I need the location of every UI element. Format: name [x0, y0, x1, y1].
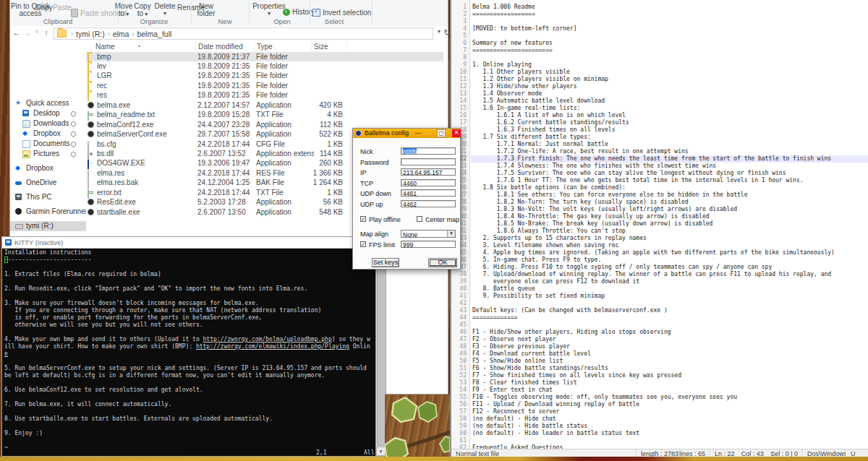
file-row[interactable]: belma_readme.txt19.8.2009 15:28TXT File4…: [86, 110, 443, 119]
editor-line[interactable]: 1.3 Hide/show other players: [472, 83, 868, 90]
editor-line[interactable]: 1.7.5 Survivor: The one who can stay ali…: [472, 170, 868, 177]
editor-line[interactable]: ==================: [472, 11, 868, 18]
editor-line[interactable]: 1.5 Automatic battle level download: [472, 98, 868, 105]
editor-line[interactable]: (no default) - Hide leader in battle sta…: [472, 430, 868, 437]
editor-line[interactable]: 3. Level filename shown when saving rec: [472, 242, 868, 249]
tcp-field[interactable]: 4460: [401, 179, 456, 186]
editor-line[interactable]: Default keys: (Can be changed with belma…: [472, 307, 868, 314]
column-header-date-modified[interactable]: Date modified: [196, 42, 255, 51]
editor-line[interactable]: [472, 18, 868, 25]
sidebar-item-dropbox[interactable]: ◆Dropbox: [10, 163, 86, 173]
up-icon[interactable]: ↑: [42, 28, 51, 37]
sidebar-item-this-pc[interactable]: This PC: [10, 192, 86, 202]
sidebar-item-documents[interactable]: Documents: [10, 139, 86, 149]
editor-line[interactable]: Summary of new features: [472, 40, 868, 47]
breadcrumb-belma-full[interactable]: belma_full: [137, 30, 171, 38]
sidebar-item-pictures[interactable]: Pictures: [10, 149, 86, 159]
file-row[interactable]: bmp19.8.2009 21:37File folder: [86, 52, 443, 61]
editor-line[interactable]: F1 - Hide/Show other players, Hiding als…: [472, 329, 868, 336]
set-keys-button[interactable]: Set keys: [372, 258, 399, 267]
sidebar-item-tymi-r[interactable]: tymi (R:): [10, 221, 86, 231]
editor-line[interactable]: 1.6.1 A list of who is on which level: [472, 112, 868, 119]
editor-line[interactable]: 6. Hiding. Press F10 to toggle syping of…: [472, 264, 868, 271]
editor-line[interactable]: F10 - Toggles observing mode: off, only …: [472, 394, 868, 401]
new-folder-button[interactable]: New folder: [192, 3, 220, 17]
editor-line[interactable]: [472, 322, 868, 329]
editor-line[interactable]: F11 - Upload / Download winning replay o…: [472, 401, 868, 408]
dialog-maximize-icon[interactable]: ▢: [437, 129, 446, 137]
udp-up-field[interactable]: 4462: [401, 200, 456, 207]
editor-line[interactable]: 1.6.3 Finished times on all levels: [472, 126, 868, 134]
editor-line[interactable]: 8. Battle queue: [472, 285, 868, 293]
editor-line[interactable]: F8 - Clear finished times list: [472, 379, 868, 387]
editor-line[interactable]: [472, 300, 868, 307]
back-icon[interactable]: ←: [12, 28, 21, 37]
editor-line[interactable]: 1. Online playing: [472, 61, 868, 69]
editor-line[interactable]: 5. In-game chat. Press F9 to type.: [472, 257, 868, 264]
editor-line[interactable]: 1.8 Six battle options (can be combined)…: [472, 184, 868, 191]
map-align-dropdown[interactable]: None ▼: [401, 230, 456, 238]
address-box[interactable]: › tymi (R:) › elma › belma_full: [54, 27, 433, 40]
editor-line[interactable]: F9 - Enter text in chat: [472, 387, 868, 394]
editor-line[interactable]: F2 - Observe next player: [472, 336, 868, 343]
file-row[interactable]: lev19.8.2009 21:35File folder: [86, 61, 443, 71]
ip-field[interactable]: 213.64.95.157: [401, 168, 456, 176]
forward-icon[interactable]: →: [23, 28, 32, 37]
dialog-title-bar[interactable]: Ballelma config — ▢ ✕: [353, 129, 460, 138]
editor-line[interactable]: 1.4 Observer mode: [472, 90, 868, 98]
editor-line[interactable]: F6 - Show/Hide battle standings/results: [472, 365, 868, 372]
editor-line[interactable]: 1.7.4 Slowness: The one who finishes wit…: [472, 163, 868, 170]
sidebar-item-dropbox[interactable]: ◆Dropbox: [10, 129, 86, 139]
editor-line[interactable]: 7. Upload/download of winning replay. Th…: [472, 271, 868, 278]
file-row[interactable]: LGR19.8.2009 21:35File folder: [86, 71, 443, 80]
editor-line[interactable]: 1.8.3 No-Volt: The volt keys (usually le…: [472, 206, 868, 213]
editor-line[interactable]: 1.8.1 See others: You can force everyone…: [472, 191, 868, 199]
editor-line[interactable]: 9. Possibility to set fixed minimap: [472, 293, 868, 300]
paste-button[interactable]: Paste: [51, 4, 73, 12]
editor-line[interactable]: 1.7.2 One-life: A race, best result in o…: [472, 148, 868, 155]
editor-line[interactable]: 1.7.3 First finish: The one who needs th…: [472, 155, 868, 163]
editor-line[interactable]: 2. Supports up to 15 characters in repla…: [472, 235, 868, 242]
paste-shortcut-button[interactable]: Paste shortcut: [71, 9, 117, 17]
sidebar-item-downloads[interactable]: Downloads: [10, 119, 86, 129]
file-row[interactable]: res19.8.2009 21:35File folder: [86, 90, 443, 100]
copy-to-button[interactable]: Copy to: [132, 3, 153, 18]
file-row[interactable]: belma.exe2.12.2007 14:57Application420 K…: [86, 100, 443, 110]
move-to-button[interactable]: Move to: [114, 3, 134, 18]
dialog-minimize-icon[interactable]: —: [414, 129, 422, 137]
editor-line[interactable]: 1.2 Other players visible on minimap: [472, 76, 868, 83]
sidebar-item-quick-access[interactable]: ★Quick access: [10, 98, 86, 108]
play-offline-checkbox[interactable]: ✓: [360, 216, 366, 222]
column-header-size[interactable]: Size: [312, 42, 346, 51]
password-field[interactable]: [401, 158, 456, 165]
editor-line[interactable]: [472, 437, 868, 444]
editor-line[interactable]: F4 - Download current battle level: [472, 350, 868, 358]
recent-locations-icon[interactable]: ∨: [33, 28, 41, 35]
fps-limit-field[interactable]: 999: [401, 241, 456, 248]
invert-selection-button[interactable]: Invert selection: [312, 9, 369, 17]
editor-line[interactable]: F7 - Show finished times on all levels s…: [472, 372, 868, 379]
udp-down-field[interactable]: 4461: [401, 189, 456, 197]
editor-line[interactable]: =======================: [472, 47, 868, 54]
editor-line[interactable]: [MOVED: to bottom-left corner]: [472, 25, 868, 33]
editor-line[interactable]: (no default) - Hide chat: [472, 415, 868, 423]
editor-line[interactable]: 1.7.1 Normal: Just normal battle: [472, 141, 868, 148]
editor-line[interactable]: F3 - Observe previous player: [472, 343, 868, 350]
dropdown-arrow-icon[interactable]: ▼: [447, 231, 455, 237]
history-button[interactable]: History: [282, 9, 315, 16]
editor-text-area[interactable]: Belma 1.006 Readme==================[MOV…: [471, 0, 868, 449]
sidebar-item-garmin-forerunner-23[interactable]: Garmin Forerunner 23: [10, 207, 86, 217]
terminal-scrollbar[interactable]: ▲ ▼: [375, 249, 386, 456]
column-header-name[interactable]: Name▴: [86, 42, 196, 51]
editor-line[interactable]: everyone else can press F12 to download …: [472, 278, 868, 285]
editor-line[interactable]: F12 - Reconnect to server: [472, 408, 868, 415]
editor-line[interactable]: Belma 1.006 Readme: [472, 4, 868, 11]
sidebar-item-onedrive[interactable]: OneDrive: [10, 178, 86, 188]
editor-line[interactable]: =============: [472, 314, 868, 322]
terminal-screen[interactable]: Installation instructions---------------…: [2, 249, 375, 456]
editor-line[interactable]: 1.6 In-game real-time lists:: [472, 105, 868, 112]
breadcrumb-elma[interactable]: elma: [113, 30, 129, 38]
fps-limit-checkbox[interactable]: ✓: [360, 241, 366, 247]
editor-line[interactable]: 1.7 Six different battle types:: [472, 134, 868, 141]
dialog-close-icon[interactable]: ✕: [452, 129, 461, 137]
